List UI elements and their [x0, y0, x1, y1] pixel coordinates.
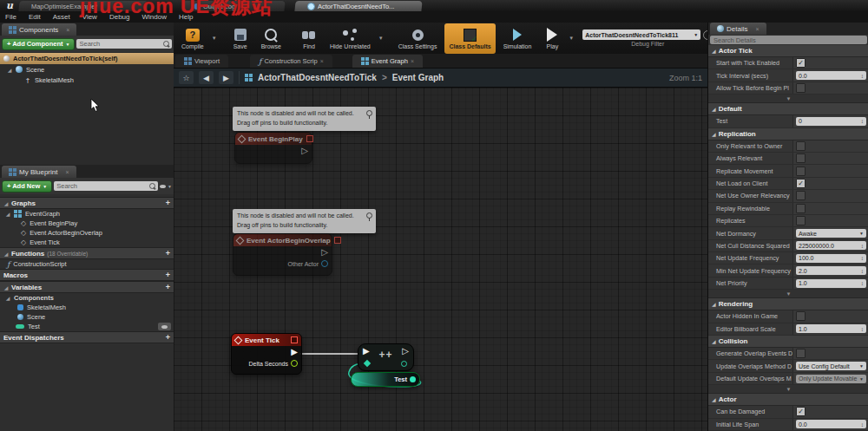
float-out-pin[interactable] [291, 360, 298, 367]
component-row-skeletalmesh[interactable]: † SkeletalMesh [0, 75, 174, 85]
event-beginplay-row[interactable]: ◇ Event BeginPlay [0, 219, 174, 228]
variables-section-header[interactable]: ◢ Variables + [0, 281, 174, 293]
component-row-scene[interactable]: ◢ Scene [0, 64, 174, 75]
bookmark-star-button[interactable]: ☆ [179, 71, 194, 84]
dropdown[interactable]: Awake▼ [796, 229, 866, 238]
number-input[interactable]: 100.0↕ [796, 254, 866, 263]
details-section-header[interactable]: ◢Collision [708, 336, 868, 348]
number-input[interactable]: 1.0↕ [796, 279, 866, 288]
menu-file[interactable]: File [5, 13, 16, 21]
node-event-tick[interactable]: Event Tick ▶ Delta Seconds [231, 333, 302, 375]
number-input[interactable]: 0.0↕ [796, 420, 866, 428]
dropdown[interactable]: Use Config Default▼ [796, 362, 866, 370]
checkbox[interactable] [796, 191, 806, 200]
details-section-header[interactable]: ◢Actor [708, 394, 868, 406]
close-icon[interactable]: × [66, 27, 69, 33]
tab-construction-script[interactable]: ƒ Construction Scrip × [250, 55, 332, 68]
variables-components-group[interactable]: ◢ Components [0, 293, 174, 303]
event-graph-canvas[interactable]: This node is disabled and will not be ca… [174, 88, 707, 431]
node-increment-int[interactable]: ▶ ++ ▷ [358, 343, 414, 371]
close-icon[interactable]: × [755, 26, 759, 32]
checkbox[interactable] [796, 141, 806, 151]
checkbox[interactable] [796, 349, 806, 358]
exec-out-pin[interactable]: ▷ [301, 147, 308, 155]
node-event-beginplay[interactable]: Event BeginPlay ▷ [234, 132, 312, 164]
number-input[interactable]: 1.0↕ [796, 324, 866, 333]
debug-object-dropdown[interactable]: ActorThatDoesntNeedToTick811 ▼ [582, 29, 700, 40]
tab-components[interactable]: Components × [2, 23, 76, 36]
checkbox[interactable] [796, 204, 806, 213]
node-get-test[interactable]: Test [351, 372, 420, 387]
add-graph-icon[interactable]: + [166, 199, 170, 207]
exec-out-pin[interactable]: ▷ [321, 248, 328, 257]
number-input[interactable]: 0↕ [796, 117, 866, 126]
checkbox[interactable] [796, 167, 806, 176]
checkbox[interactable] [796, 83, 806, 93]
checkbox[interactable]: ✓ [796, 179, 806, 188]
add-function-icon[interactable]: + [166, 249, 170, 258]
exec-out-pin[interactable]: ▶ [291, 348, 298, 356]
int-out-pin[interactable] [401, 361, 407, 367]
class-defaults-button[interactable]: Class Defaults [444, 23, 495, 54]
hide-unrelated-button[interactable]: Hide Unrelated [326, 23, 375, 54]
section-expander[interactable]: ▼ [708, 95, 868, 103]
details-search-input[interactable]: Search Details [710, 36, 867, 44]
number-input[interactable]: 225000000.0↕ [796, 241, 866, 250]
close-icon[interactable]: × [65, 169, 69, 175]
details-section-header[interactable]: ◢Actor Tick [708, 45, 868, 57]
add-variable-icon[interactable]: + [166, 283, 170, 291]
eventgraph-row[interactable]: ◢ EventGraph [0, 209, 174, 219]
simulation-button[interactable]: Simulation [499, 23, 536, 54]
add-dispatcher-icon[interactable]: + [166, 333, 170, 342]
tab-details[interactable]: Details × [710, 23, 766, 35]
play-options-chevron-icon[interactable]: ▼ [569, 36, 574, 41]
variable-skeletalmesh-row[interactable]: SkeletalMesh [0, 303, 174, 312]
tab-viewport[interactable]: Viewport [175, 55, 228, 68]
dropdown[interactable]: Only Update Movable▼ [796, 375, 866, 383]
details-section-header[interactable]: ◢Replication [708, 128, 868, 140]
variable-scene-row[interactable]: Scene [0, 312, 174, 322]
close-icon[interactable]: × [320, 58, 324, 64]
macros-section-header[interactable]: Macros + [0, 269, 174, 281]
hide-unrelated-chevron-icon[interactable]: ▼ [378, 36, 384, 41]
nav-forward-button[interactable]: ▶ [219, 71, 233, 84]
object-out-pin[interactable] [321, 260, 328, 267]
breadcrumb-root[interactable]: ActorThatDoesntNeedToTick [258, 73, 377, 82]
tab-event-graph[interactable]: Event Graph × [352, 55, 423, 68]
window-tab-blueprint[interactable]: ActorThatDoesntNeedTo... [294, 1, 422, 11]
checkbox[interactable] [796, 311, 806, 321]
number-input[interactable]: 0.0↕ [796, 71, 866, 80]
exec-out-pin[interactable]: ▷ [402, 347, 409, 356]
components-search-input[interactable]: Search [76, 39, 172, 49]
add-new-button[interactable]: + Add New ▼ [2, 180, 52, 193]
save-button[interactable]: Save [227, 23, 253, 54]
menu-asset[interactable]: Asset [53, 13, 70, 21]
find-button[interactable]: Find [296, 23, 322, 54]
tab-my-blueprint[interactable]: My Blueprint × [2, 166, 76, 178]
functions-section-header[interactable]: ◢ Functions (18 Overridable) + [0, 247, 174, 259]
browse-button[interactable]: Browse [257, 23, 286, 54]
compile-button[interactable]: ? Compile [177, 23, 208, 54]
my-blueprint-search-input[interactable]: Search [54, 181, 158, 191]
nav-back-button[interactable]: ◀ [199, 71, 214, 84]
checkbox[interactable] [796, 216, 806, 225]
play-button[interactable]: Play [539, 23, 565, 54]
checkbox[interactable]: ✓ [796, 58, 806, 68]
details-section-header[interactable]: ◢Default [708, 103, 868, 115]
event-tick-row[interactable]: ◇ Event Tick [0, 238, 174, 247]
event-dispatchers-section-header[interactable]: Event Dispatchers + [0, 331, 174, 343]
checkbox[interactable] [796, 153, 806, 163]
checkbox[interactable]: ✓ [796, 407, 806, 416]
component-row-self[interactable]: ActorThatDoesntNeedToTick(self) [0, 53, 174, 64]
number-input[interactable]: 2.0↕ [796, 266, 866, 275]
section-expander[interactable]: ▼ [708, 385, 868, 394]
int-out-pin[interactable] [410, 376, 416, 382]
compile-options-chevron-icon[interactable]: ▼ [212, 36, 217, 41]
visibility-filter-button[interactable]: ▼ [160, 184, 172, 189]
variable-test-row[interactable]: Test [0, 322, 174, 331]
add-macro-icon[interactable]: + [166, 271, 170, 279]
variable-visibility-toggle[interactable] [158, 323, 171, 330]
breadcrumb-current[interactable]: Event Graph [392, 73, 444, 82]
expand-arrow-icon[interactable]: ◢ [7, 67, 12, 73]
event-actorbeginoverlap-row[interactable]: ◇ Event ActorBeginOverlap [0, 228, 174, 238]
